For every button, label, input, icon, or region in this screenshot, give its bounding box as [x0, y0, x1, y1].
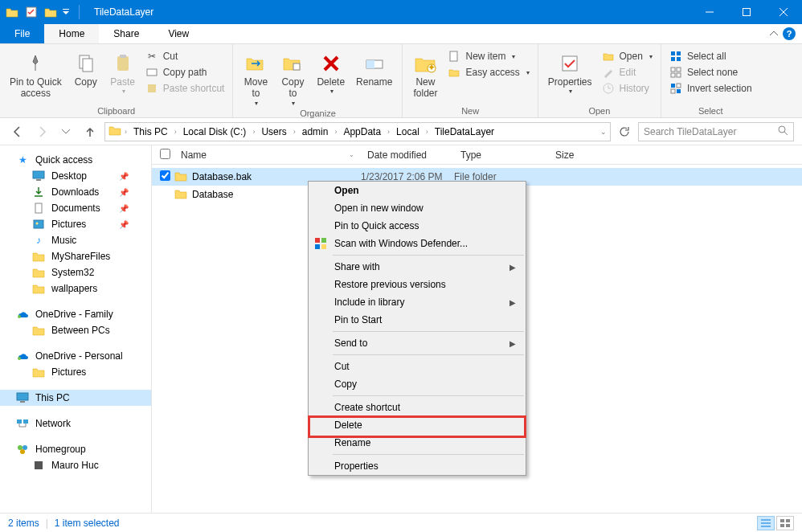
nav-mauro[interactable]: Mauro Huc — [0, 457, 151, 473]
column-name[interactable]: Name⌄ — [174, 149, 361, 161]
chevron-right-icon[interactable]: › — [123, 128, 129, 136]
home-tab[interactable]: Home — [44, 24, 99, 43]
paste-button[interactable]: Paste▾ — [105, 49, 141, 97]
refresh-button[interactable] — [616, 123, 633, 141]
icons-view-button[interactable] — [776, 516, 794, 530]
copy-path-button[interactable]: Copy path — [142, 65, 228, 80]
svg-rect-12 — [293, 63, 300, 70]
nav-documents[interactable]: Documents📌 — [0, 200, 151, 216]
nav-quick-access[interactable]: ★Quick access — [0, 152, 151, 168]
nav-homegroup[interactable]: Homegroup — [0, 441, 151, 457]
chevron-right-icon[interactable]: › — [386, 128, 391, 136]
ctx-pin-start[interactable]: Pin to Start — [309, 311, 526, 329]
ctx-delete[interactable]: Delete — [309, 416, 526, 434]
help-icon[interactable]: ? — [783, 27, 796, 40]
cut-button[interactable]: ✂Cut — [142, 49, 228, 63]
column-size[interactable]: Size — [549, 149, 605, 161]
ctx-copy[interactable]: Copy — [309, 375, 526, 393]
ctx-send-to[interactable]: Send to▶ — [309, 334, 526, 352]
breadcrumb[interactable]: › This PC› Local Disk (C:)› Users› admin… — [104, 122, 611, 141]
crumb-local[interactable]: Local — [393, 126, 423, 137]
crumb-this-pc[interactable]: This PC — [130, 126, 171, 137]
documents-icon — [32, 202, 45, 215]
delete-button[interactable]: Delete▾ — [312, 49, 350, 97]
ctx-cut[interactable]: Cut — [309, 358, 526, 375]
close-button[interactable] — [765, 0, 802, 24]
new-item-button[interactable]: New item▾ — [444, 49, 532, 63]
crumb-tiledatalayer[interactable]: TileDataLayer — [432, 126, 497, 137]
ctx-share-with[interactable]: Share with▶ — [309, 258, 526, 276]
ctx-open[interactable]: Open — [309, 182, 526, 199]
nav-desktop[interactable]: Desktop📌 — [0, 168, 151, 184]
recent-locations-button[interactable] — [56, 122, 76, 141]
qat-dropdown-icon[interactable] — [61, 3, 71, 21]
ctx-create-shortcut[interactable]: Create shortcut — [309, 399, 526, 416]
file-tab[interactable]: File — [0, 24, 44, 43]
chevron-down-icon[interactable]: ⌄ — [600, 128, 607, 136]
crumb-admin[interactable]: admin — [299, 126, 332, 137]
select-none-button[interactable]: Select none — [666, 65, 755, 80]
chevron-right-icon: ▶ — [509, 298, 516, 307]
ctx-include-library[interactable]: Include in library▶ — [309, 293, 526, 311]
crumb-appdata[interactable]: AppData — [340, 126, 384, 137]
chevron-right-icon[interactable]: › — [424, 128, 430, 136]
copy-to-button[interactable]: Copy to▾ — [275, 49, 310, 108]
move-to-icon — [245, 51, 266, 76]
collapse-ribbon-icon[interactable] — [770, 29, 778, 40]
nav-network[interactable]: Network — [0, 415, 151, 432]
folder-icon — [32, 366, 45, 379]
open-button[interactable]: Open▾ — [599, 49, 656, 63]
qat-new-folder-icon[interactable] — [42, 3, 59, 21]
nav-system32[interactable]: System32 — [0, 264, 151, 280]
search-input[interactable]: Search TileDataLayer — [638, 122, 794, 141]
ctx-open-new-window[interactable]: Open in new window — [309, 199, 526, 217]
nav-downloads[interactable]: Downloads📌 — [0, 184, 151, 200]
chevron-right-icon[interactable]: › — [333, 128, 338, 136]
invert-selection-button[interactable]: Invert selection — [666, 81, 755, 96]
column-type[interactable]: Type — [454, 149, 549, 161]
minimize-button[interactable] — [691, 0, 728, 24]
chevron-right-icon[interactable]: › — [292, 128, 297, 136]
crumb-users[interactable]: Users — [258, 126, 289, 137]
ctx-pin-quick-access[interactable]: Pin to Quick access — [309, 217, 526, 235]
view-buttons — [757, 516, 794, 530]
chevron-right-icon[interactable]: › — [173, 128, 178, 136]
nav-pictures[interactable]: Pictures📌 — [0, 216, 151, 232]
nav-onedrive-personal[interactable]: OneDrive - Personal — [0, 348, 151, 364]
row-checkbox[interactable] — [160, 170, 174, 183]
easy-access-button[interactable]: Easy access▾ — [444, 65, 532, 80]
rename-button[interactable]: Rename — [351, 49, 397, 89]
chevron-right-icon[interactable]: › — [251, 128, 256, 136]
ctx-properties[interactable]: Properties — [309, 457, 526, 475]
properties-button[interactable]: Properties▾ — [543, 49, 597, 97]
nav-wallpapers[interactable]: wallpapers — [0, 280, 151, 297]
nav-this-pc[interactable]: This PC — [0, 390, 151, 406]
view-tab[interactable]: View — [153, 24, 203, 43]
select-all-checkbox[interactable] — [160, 149, 174, 162]
forward-button[interactable] — [32, 122, 51, 141]
nav-onedrive-family[interactable]: OneDrive - Family — [0, 306, 151, 322]
up-button[interactable] — [80, 122, 100, 141]
new-folder-button[interactable]: ✦ New folder — [407, 49, 443, 101]
ctx-rename[interactable]: Rename — [309, 434, 526, 452]
paste-shortcut-button[interactable]: Paste shortcut — [142, 81, 228, 96]
crumb-local-disk[interactable]: Local Disk (C:) — [180, 126, 250, 137]
nav-mysharefiles[interactable]: MyShareFiles — [0, 248, 151, 264]
nav-between-pcs[interactable]: Between PCs — [0, 322, 151, 338]
move-to-button[interactable]: Move to▾ — [238, 49, 273, 108]
ctx-scan-defender[interactable]: Scan with Windows Defender... — [309, 235, 526, 252]
edit-button[interactable]: Edit — [599, 65, 656, 80]
pin-quick-access-button[interactable]: Pin to Quick access — [5, 49, 67, 101]
maximize-button[interactable] — [728, 0, 765, 24]
history-button[interactable]: History — [599, 81, 656, 96]
nav-pictures-2[interactable]: Pictures — [0, 364, 151, 380]
nav-music[interactable]: ♪Music — [0, 232, 151, 248]
details-view-button[interactable] — [757, 516, 775, 530]
copy-button[interactable]: Copy — [68, 49, 104, 89]
column-date[interactable]: Date modified — [361, 149, 454, 161]
ctx-restore-previous[interactable]: Restore previous versions — [309, 276, 526, 293]
select-all-button[interactable]: Select all — [666, 49, 755, 63]
back-button[interactable] — [8, 122, 27, 141]
share-tab[interactable]: Share — [99, 24, 153, 43]
qat-properties-icon[interactable] — [23, 3, 40, 21]
